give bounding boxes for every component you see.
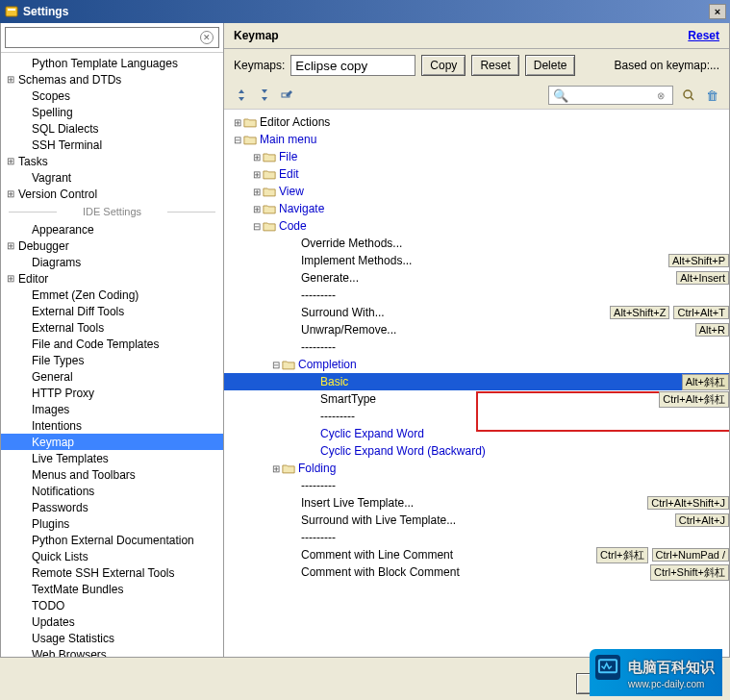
keymap-action[interactable]: Implement Methods...Alt+Shift+P: [224, 252, 729, 269]
sidebar-item[interactable]: TextMate Bundles: [1, 581, 223, 597]
app-icon: [4, 4, 19, 19]
keymap-folder[interactable]: ⊞Folding: [224, 460, 729, 477]
sidebar-item[interactable]: Passwords: [1, 499, 223, 515]
keymap-action[interactable]: Comment with Block CommentCtrl+Shift+斜杠: [224, 563, 729, 581]
sidebar-item[interactable]: Web Browsers: [1, 646, 223, 657]
reset-link[interactable]: Reset: [688, 29, 719, 42]
sidebar-item[interactable]: Spelling: [1, 104, 223, 120]
twisty-icon[interactable]: ⊟: [270, 360, 282, 370]
keymap-action[interactable]: ---------: [224, 529, 729, 546]
twisty-icon[interactable]: ⊞: [5, 240, 16, 251]
keymap-action[interactable]: Insert Live Template...Ctrl+Alt+Shift+J: [224, 494, 729, 512]
twisty-icon[interactable]: ⊞: [251, 152, 263, 162]
keymap-action[interactable]: BasicAlt+斜杠: [224, 373, 729, 390]
keymap-action[interactable]: Surround With...Alt+Shift+ZCtrl+Alt+T: [224, 304, 729, 321]
twisty-icon[interactable]: ⊞: [5, 74, 16, 85]
close-button[interactable]: ×: [709, 4, 726, 19]
delete-button[interactable]: Delete: [525, 55, 576, 76]
sidebar-item[interactable]: Python Template Languages: [1, 55, 223, 71]
sidebar-item[interactable]: Intentions: [1, 417, 223, 434]
sidebar-item[interactable]: ⊞Version Control: [1, 186, 223, 202]
sidebar-item[interactable]: HTTP Proxy: [1, 385, 223, 401]
sidebar-item[interactable]: Menus and Toolbars: [1, 466, 223, 483]
keymap-action[interactable]: Unwrap/Remove...Alt+R: [224, 321, 729, 338]
keymap-folder[interactable]: ⊞Edit: [224, 165, 729, 183]
watermark: 电脑百科知识 www.pc-daily.com: [590, 649, 722, 696]
keymap-folder[interactable]: ⊞File: [224, 148, 729, 165]
sidebar-item[interactable]: File and Code Templates: [1, 336, 223, 352]
sidebar-item[interactable]: Python External Documentation: [1, 532, 223, 548]
keymap-action[interactable]: Cyclic Expand Word (Backward): [224, 442, 729, 460]
keymap-tree[interactable]: ⊞Editor Actions⊟Main menu⊞File⊞Edit⊞View…: [224, 110, 729, 657]
keymap-action[interactable]: ---------: [224, 338, 729, 356]
sidebar-item[interactable]: Usage Statistics: [1, 630, 223, 646]
twisty-icon[interactable]: ⊞: [251, 187, 263, 197]
sidebar-item[interactable]: Diagrams: [1, 254, 223, 270]
sidebar-item-label: Notifications: [30, 485, 94, 498]
sidebar-item[interactable]: Keymap: [1, 434, 223, 450]
sidebar-item[interactable]: SSH Terminal: [1, 137, 223, 153]
keymap-action[interactable]: Cyclic Expand Word: [224, 425, 729, 442]
sidebar-item[interactable]: File Types: [1, 352, 223, 368]
edit-shortcut-icon[interactable]: [280, 88, 295, 103]
keymap-folder[interactable]: ⊟Main menu: [224, 131, 729, 148]
clear-search-icon[interactable]: ⊗: [653, 88, 668, 103]
sidebar-item[interactable]: ⊞Tasks: [1, 153, 223, 169]
twisty-icon[interactable]: ⊟: [232, 135, 243, 145]
sidebar-item[interactable]: Images: [1, 401, 223, 417]
find-by-shortcut-icon[interactable]: [681, 88, 696, 103]
keymap-folder[interactable]: ⊟Completion: [224, 356, 729, 373]
twisty-icon[interactable]: ⊞: [5, 156, 16, 166]
sidebar-item[interactable]: SQL Dialects: [1, 120, 223, 137]
settings-tree[interactable]: Python Template Languages⊞Schemas and DT…: [1, 53, 223, 657]
twisty-icon[interactable]: ⊞: [270, 463, 282, 474]
sidebar-item[interactable]: Scopes: [1, 88, 223, 104]
twisty-icon[interactable]: ⊞: [251, 204, 263, 214]
keymap-action[interactable]: ---------: [224, 287, 729, 304]
twisty-icon[interactable]: ⊟: [251, 221, 263, 232]
keymap-action[interactable]: Override Methods...: [224, 235, 729, 252]
keymap-folder[interactable]: ⊞View: [224, 183, 729, 200]
sidebar-item-label: Spelling: [30, 106, 73, 119]
twisty-icon[interactable]: ⊞: [5, 273, 16, 284]
sidebar-item[interactable]: External Diff Tools: [1, 303, 223, 319]
sidebar-item[interactable]: Plugins: [1, 515, 223, 532]
copy-button[interactable]: Copy: [421, 55, 466, 76]
keymap-action[interactable]: SmartTypeCtrl+Alt+斜杠: [224, 390, 729, 408]
keymap-action[interactable]: Generate...Alt+Insert: [224, 269, 729, 287]
sidebar-item[interactable]: ⊞Debugger: [1, 238, 223, 254]
trash-icon[interactable]: 🗑: [704, 88, 719, 103]
keymap-folder[interactable]: ⊟Code: [224, 217, 729, 235]
sidebar-item[interactable]: Live Templates: [1, 450, 223, 466]
expand-all-icon[interactable]: [234, 88, 249, 103]
sidebar-item[interactable]: Updates: [1, 613, 223, 630]
keymap-label: Insert Live Template...: [301, 496, 643, 510]
sidebar-item[interactable]: ⊞Editor: [1, 270, 223, 287]
reset-button[interactable]: Reset: [471, 55, 518, 76]
sidebar-item[interactable]: ⊞Schemas and DTDs: [1, 71, 223, 88]
sidebar-item[interactable]: Notifications: [1, 483, 223, 499]
sidebar-item[interactable]: External Tools: [1, 319, 223, 336]
keymap-action[interactable]: Comment with Line CommentCtrl+斜杠Ctrl+Num…: [224, 546, 729, 563]
sidebar-item[interactable]: General: [1, 368, 223, 385]
keymap-folder[interactable]: ⊞Editor Actions: [224, 113, 729, 131]
keymap-search[interactable]: 🔍 ⊗: [548, 86, 673, 105]
sidebar-item[interactable]: TODO: [1, 597, 223, 613]
keymap-action[interactable]: ---------: [224, 477, 729, 494]
sidebar-item[interactable]: Vagrant: [1, 169, 223, 186]
sidebar-item[interactable]: Emmet (Zen Coding): [1, 287, 223, 303]
sidebar-item-label: Vagrant: [30, 171, 71, 185]
keymap-action[interactable]: Surround with Live Template...Ctrl+Alt+J: [224, 512, 729, 529]
keymap-folder[interactable]: ⊞Navigate: [224, 200, 729, 217]
keymaps-select[interactable]: [290, 55, 415, 76]
clear-icon[interactable]: ✕: [200, 31, 214, 44]
twisty-icon[interactable]: ⊞: [5, 188, 16, 199]
collapse-all-icon[interactable]: [257, 88, 272, 103]
sidebar-item[interactable]: Appearance: [1, 221, 223, 238]
sidebar-item[interactable]: Remote SSH External Tools: [1, 564, 223, 581]
twisty-icon[interactable]: ⊞: [232, 117, 243, 128]
twisty-icon[interactable]: ⊞: [251, 169, 263, 180]
search-input[interactable]: [5, 27, 219, 48]
sidebar-item[interactable]: Quick Lists: [1, 548, 223, 564]
keymap-action[interactable]: ---------: [224, 408, 729, 425]
